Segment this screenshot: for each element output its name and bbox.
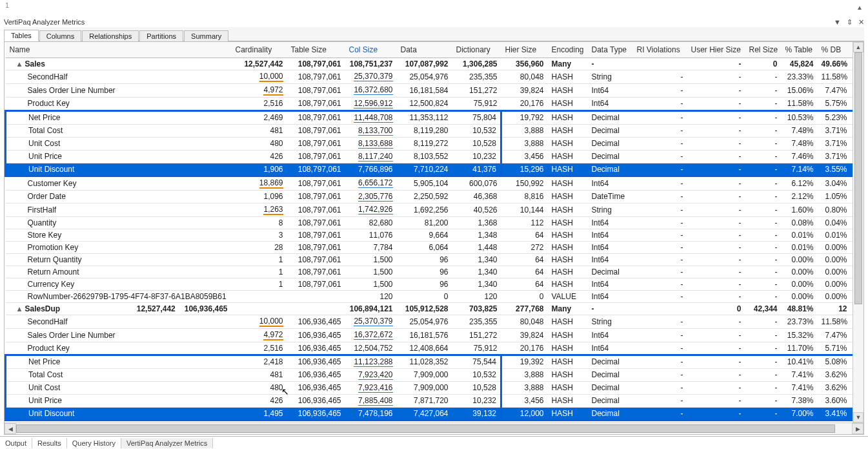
col-header-dict[interactable]: Dictionary xyxy=(452,42,501,57)
cell-dtype: Int64 xyxy=(588,290,633,302)
cell-card: 1,495 xyxy=(232,407,287,420)
table-row[interactable]: Return Amount1108,797,0611,500961,34064H… xyxy=(6,266,864,278)
table-row[interactable]: Unit Price426106,936,4657,885,4087,871,7… xyxy=(6,394,864,407)
table-row[interactable]: Customer Key18,869108,797,0616,656,1725,… xyxy=(6,176,864,190)
scroll-down-icon[interactable]: ▼ xyxy=(853,412,863,423)
col-header-dtype[interactable]: Data Type xyxy=(588,42,633,57)
cell-pctT: 23.73% xyxy=(782,315,818,328)
cell-pctT: 0.01% xyxy=(782,241,818,253)
cell-pctDB: 7.47% xyxy=(818,83,851,97)
table-row[interactable]: Quantity8108,797,06182,68081,2001,368112… xyxy=(6,216,864,229)
cell-rel: - xyxy=(745,381,782,394)
col-header-pctT[interactable]: % Table xyxy=(782,42,818,57)
col-header-data[interactable]: Data xyxy=(397,42,452,57)
cell-hier: 277,768 xyxy=(501,302,548,315)
col-header-name[interactable]: Name xyxy=(6,42,232,57)
col-header-tsize[interactable]: Table Size xyxy=(287,42,345,57)
cell-ri: - xyxy=(633,241,687,253)
cell-data: 5,905,104 xyxy=(397,176,452,190)
table-row[interactable]: Total Cost481108,797,0618,133,7008,119,2… xyxy=(6,124,864,137)
cell-tsize xyxy=(287,302,345,315)
cell-tsize: 106,936,465 xyxy=(287,328,345,342)
cell-ri: - xyxy=(633,355,687,368)
col-header-hier[interactable]: Hier Size xyxy=(501,42,548,57)
tab-partitions[interactable]: Partitions xyxy=(139,30,183,41)
col-header-pctDB[interactable]: % DB xyxy=(818,42,851,57)
table-row[interactable]: Product Key2,516106,936,46512,504,75212,… xyxy=(6,342,864,355)
group-row[interactable]: ▴Sales12,527,442108,797,061108,751,23710… xyxy=(6,57,864,70)
cell-pctDB: 3.62% xyxy=(818,368,851,381)
col-header-enc[interactable]: Encoding xyxy=(548,42,588,57)
cell-ri: - xyxy=(633,266,687,278)
expander-icon[interactable]: ▴ xyxy=(16,59,23,68)
table-row[interactable]: Sales Order Line Number4,972108,797,0611… xyxy=(6,83,864,97)
table-row[interactable]: FirstHalf1,263108,797,0611,742,9261,692,… xyxy=(6,203,864,216)
cell-data: 2,250,592 xyxy=(397,190,452,203)
table-row[interactable]: SecondHalf10,000108,797,06125,370,37925,… xyxy=(6,70,864,83)
group-row[interactable]: ▴SalesDup106,936,46512,527,442106,894,12… xyxy=(6,302,864,315)
cell-uhier: - xyxy=(687,407,745,420)
cell-uhier: - xyxy=(687,368,745,381)
table-row[interactable]: Order Date1,096108,797,0612,305,7762,250… xyxy=(6,190,864,203)
hscroll-thumb[interactable] xyxy=(16,424,835,433)
expander-icon[interactable]: ▴ xyxy=(16,304,23,313)
cell-name: Promotion Key xyxy=(6,241,232,253)
cell-csize: 1,500 xyxy=(345,253,397,266)
tab-tables[interactable]: Tables xyxy=(4,30,39,41)
cell-hier: 3,888 xyxy=(501,368,548,381)
table-row[interactable]: Return Quantity1108,797,0611,500961,3406… xyxy=(6,253,864,266)
panel-dropdown-icon[interactable]: ▼ xyxy=(834,18,841,26)
scroll-left-icon[interactable]: ◀ xyxy=(5,423,16,434)
table-row[interactable]: Store Key3108,797,06111,0769,6641,34864H… xyxy=(6,229,864,241)
metrics-grid: NameCardinalityTable SizeCol SizeDataDic… xyxy=(5,42,863,423)
table-row[interactable]: Currency Key1108,797,0611,500961,34064HA… xyxy=(6,278,864,290)
bottom-tab-vertipaq-analyzer-metrics[interactable]: VertiPaq Analyzer Metrics xyxy=(121,438,213,448)
cell-tsize: 106,936,465 xyxy=(287,394,345,407)
col-header-card[interactable]: Cardinality xyxy=(232,42,287,57)
cell-enc: Many xyxy=(548,302,588,315)
tab-columns[interactable]: Columns xyxy=(39,30,81,41)
table-row[interactable]: Total Cost481106,936,4657,923,4207,909,0… xyxy=(6,368,864,381)
tab-relationships[interactable]: Relationships xyxy=(82,30,139,41)
table-row[interactable]: Unit Price426108,797,0618,117,2408,103,5… xyxy=(6,150,864,163)
panel-pin-icon[interactable]: ⇕ xyxy=(847,18,853,26)
grid-scroll[interactable]: NameCardinalityTable SizeCol SizeDataDic… xyxy=(5,42,863,423)
bottom-tab-query-history[interactable]: Query History xyxy=(67,438,121,448)
ribbon-collapse-icon[interactable]: ▲ xyxy=(856,4,863,11)
col-header-uhier[interactable]: User Hier Size xyxy=(687,42,745,57)
tab-summary[interactable]: Summary xyxy=(184,30,228,41)
table-row[interactable]: Unit Discount1,495106,936,4657,478,1967,… xyxy=(6,407,864,420)
vscroll-thumb[interactable] xyxy=(854,52,862,304)
cell-hier: 64 xyxy=(501,278,548,290)
col-header-ri[interactable]: RI Violations xyxy=(633,42,687,57)
table-row[interactable]: Unit Cost480106,936,4657,923,4167,909,00… xyxy=(6,381,864,394)
table-row[interactable]: RowNumber-2662979B-1795-4F74-8F37-6A1BA8… xyxy=(6,290,864,302)
cell-pctT: 6.12% xyxy=(782,176,818,190)
scroll-up-icon[interactable]: ▲ xyxy=(853,42,863,52)
table-row[interactable]: Promotion Key28108,797,0617,7846,0641,44… xyxy=(6,241,864,253)
cell-hier: 3,456 xyxy=(501,150,548,163)
cell-card: 1 xyxy=(232,266,287,278)
table-row[interactable]: SecondHalf10,000106,936,46525,370,37925,… xyxy=(6,315,864,328)
table-row[interactable]: Unit Discount1,906108,797,0617,766,8967,… xyxy=(6,163,864,176)
vertical-scrollbar[interactable]: ▲ ▼ xyxy=(853,42,863,423)
cell-uhier: - xyxy=(687,278,745,290)
cell-name: Return Quantity xyxy=(6,253,232,266)
table-row[interactable]: Net Price2,469108,797,06111,448,70811,35… xyxy=(6,110,864,124)
bottom-tab-results[interactable]: Results xyxy=(32,438,67,448)
cell-data: 7,909,000 xyxy=(397,368,452,381)
table-row[interactable]: Net Price2,418106,936,46511,123,28811,02… xyxy=(6,355,864,368)
table-row[interactable]: Unit Cost480108,797,0618,133,6888,119,27… xyxy=(6,137,864,150)
cell-csize: 8,133,700 xyxy=(345,124,397,137)
scroll-right-icon[interactable]: ▶ xyxy=(852,423,863,434)
panel-close-icon[interactable]: ✕ xyxy=(858,18,864,26)
table-row[interactable]: Product Key2,516108,797,06112,596,91212,… xyxy=(6,97,864,110)
table-row[interactable]: Sales Order Line Number4,972106,936,4651… xyxy=(6,328,864,342)
cell-card: 480 xyxy=(232,137,287,150)
cell-dtype: Int64 xyxy=(588,253,633,266)
horizontal-scrollbar[interactable]: ◀ ▶ xyxy=(5,423,863,434)
col-header-rel[interactable]: Rel Size xyxy=(745,42,782,57)
cell-tsize: 108,797,061 xyxy=(287,83,345,97)
col-header-csize[interactable]: Col Size xyxy=(345,42,397,57)
bottom-tab-output[interactable]: Output xyxy=(0,438,32,448)
